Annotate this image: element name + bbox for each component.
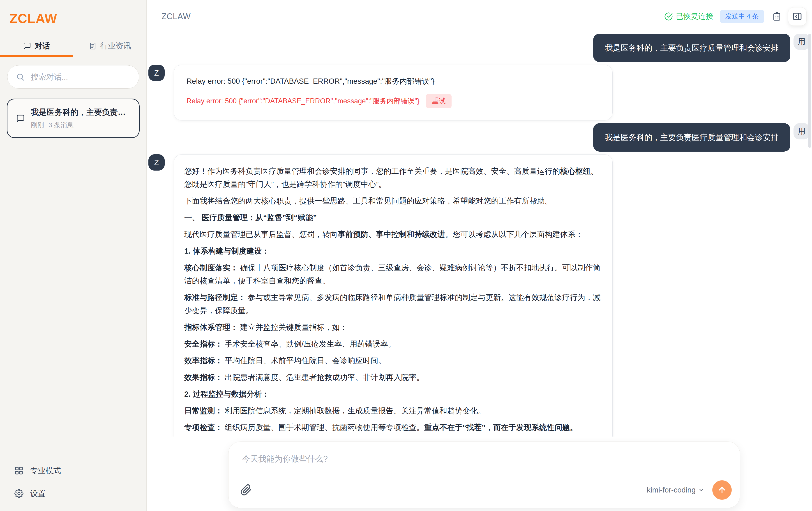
header-actions: 已恢复连接 发送中 4 条	[664, 7, 807, 26]
error-text: Relay error: 500 {"error":"DATABASE_ERRO…	[186, 76, 600, 86]
send-button[interactable]	[712, 480, 732, 500]
sidebar-item-pro-mode[interactable]: 专业模式	[0, 459, 146, 482]
conversation-meta: 刚刚 3 条消息	[31, 121, 130, 130]
composer-card: kimi-for-coding	[228, 442, 740, 508]
grid-icon	[14, 466, 24, 475]
check-circle-icon	[664, 12, 673, 21]
conversation-item[interactable]: 我是医务科的，主要负责医... 刚刚 3 条消息	[7, 98, 140, 138]
message-paragraph: 2. 过程监控与数据分析：	[184, 387, 602, 400]
conversation-time: 刚刚	[31, 121, 44, 130]
conversation-title: 我是医务科的，主要负责医...	[31, 107, 130, 117]
composer-area: kimi-for-coding	[147, 436, 812, 511]
sidebar-footer: 专业模式 设置	[0, 455, 146, 511]
assistant-avatar: Z	[148, 65, 165, 81]
search-area	[0, 57, 146, 91]
user-avatar: 用	[793, 34, 810, 50]
message-paragraph: 效率指标： 平均住院日、术前平均住院日、会诊响应时间。	[184, 354, 602, 367]
conversation-list: 我是医务科的，主要负责医... 刚刚 3 条消息	[0, 91, 146, 146]
composer-toolbar: kimi-for-coding	[229, 479, 740, 508]
search-icon	[16, 73, 25, 81]
logo-area: ZCLAW	[0, 0, 146, 35]
main-panel: ZCLAW 已恢复连接 发送中 4 条 我是医务科的，主要负责医疗质量管理和会诊…	[147, 0, 812, 511]
retry-button[interactable]: 重试	[426, 94, 452, 108]
page-title: ZCLAW	[162, 12, 191, 21]
message-paragraph: 下面我将结合您的两大核心职责，提供一些思路、工具和常见问题的应对策略，希望能对您…	[184, 194, 602, 207]
tab-label: 行业资讯	[100, 41, 131, 51]
paperclip-icon	[240, 484, 252, 496]
sidebar-tabs: 对话 行业资讯	[0, 35, 146, 57]
message-paragraph: 效果指标： 出院患者满意度、危重患者抢救成功率、非计划再入院率。	[184, 371, 602, 384]
model-selector[interactable]: kimi-for-coding	[647, 486, 704, 494]
connection-status: 已恢复连接	[664, 11, 713, 22]
assistant-message-row: Z 您好！作为医务科负责医疗质量管理和会诊安排的同事，您的工作至关重要，是医院高…	[147, 154, 812, 436]
scrollbar-thumb[interactable]	[808, 34, 811, 148]
conversation-count: 3 条消息	[49, 121, 74, 130]
message-paragraph: 安全指标： 手术安全核查率、跌倒/压疮发生率、用药错误率。	[184, 337, 602, 350]
message-paragraph: 您好！作为医务科负责医疗质量管理和会诊安排的同事，您的工作至关重要，是医院高效、…	[184, 165, 602, 191]
tab-industry-news[interactable]: 行业资讯	[73, 35, 147, 57]
error-message-card: Relay error: 500 {"error":"DATABASE_ERRO…	[174, 65, 613, 120]
main-header: ZCLAW 已恢复连接 发送中 4 条	[147, 0, 812, 33]
message-paragraph: 一、 医疗质量管理：从“监督”到“赋能”	[184, 211, 602, 224]
clipboard-icon[interactable]	[772, 12, 781, 21]
chat-bubble-icon	[16, 114, 25, 123]
message-paragraph: 专项检查： 组织病历质量、围手术期管理、抗菌药物使用等专项检查。重点不在于“找茬…	[184, 421, 602, 434]
model-label: kimi-for-coding	[647, 486, 696, 494]
chat-bubble-icon	[23, 42, 31, 50]
message-paragraph: 标准与路径制定： 参与或主导常见病、多发病的临床路径和单病种质量管理标准的制定与…	[184, 291, 602, 317]
tab-label: 对话	[35, 41, 50, 51]
search-input[interactable]	[7, 65, 139, 88]
error-detail-text: Relay error: 500 {"error":"DATABASE_ERRO…	[186, 96, 419, 106]
message-paragraph: 现代医疗质量管理已从事后监督、惩罚，转向事前预防、事中控制和持续改进。您可以考虑…	[184, 228, 602, 241]
chat-message-list: 我是医务科的，主要负责医疗质量管理和会诊安排 用 Z Relay error: …	[147, 33, 812, 436]
assistant-message-body: 您好！作为医务科负责医疗质量管理和会诊安排的同事，您的工作至关重要，是医院高效、…	[184, 165, 602, 436]
app-logo: ZCLAW	[9, 11, 137, 26]
message-paragraph: 1. 体系构建与制度建设：	[184, 244, 602, 257]
collapse-panel-button[interactable]	[788, 7, 807, 26]
pro-mode-label: 专业模式	[30, 465, 61, 476]
user-message-row: 我是医务科的，主要负责医疗质量管理和会诊安排 用	[147, 34, 812, 62]
assistant-message-card: 您好！作为医务科负责医疗质量管理和会诊安排的同事，您的工作至关重要，是医院高效、…	[174, 154, 613, 436]
sidebar: ZCLAW 对话 行业资讯 我是医务科的，主要负责医... 刚刚 3 条消息	[0, 0, 147, 511]
error-detail-row: Relay error: 500 {"error":"DATABASE_ERRO…	[186, 94, 600, 108]
message-input[interactable]	[229, 442, 740, 479]
message-paragraph: 核心制度落实： 确保十八项医疗核心制度（如首诊负责、三级查房、会诊、疑难病例讨论…	[184, 261, 602, 287]
attach-button[interactable]	[240, 484, 252, 496]
newspaper-icon	[89, 42, 97, 50]
assistant-message-row: Z Relay error: 500 {"error":"DATABASE_ER…	[147, 65, 812, 120]
message-paragraph: 指标体系管理： 建立并监控关键质量指标，如：	[184, 320, 602, 334]
gear-icon	[14, 489, 24, 498]
settings-label: 设置	[30, 488, 46, 499]
sidebar-item-settings[interactable]: 设置	[0, 482, 146, 505]
search-box	[7, 65, 139, 89]
tab-conversations[interactable]: 对话	[0, 35, 73, 57]
assistant-avatar: Z	[148, 154, 165, 171]
user-message-bubble: 我是医务科的，主要负责医疗质量管理和会诊安排	[593, 34, 790, 62]
conversation-text: 我是医务科的，主要负责医... 刚刚 3 条消息	[31, 107, 130, 130]
user-message-bubble: 我是医务科的，主要负责医疗质量管理和会诊安排	[593, 123, 790, 151]
user-message-row: 我是医务科的，主要负责医疗质量管理和会诊安排 用	[147, 123, 812, 151]
user-avatar: 用	[793, 123, 810, 139]
message-paragraph: 日常监测： 利用医院信息系统，定期抽取数据，生成质量报告。关注异常值和趋势变化。	[184, 404, 602, 417]
arrow-up-icon	[718, 485, 726, 494]
panel-collapse-icon	[792, 11, 802, 22]
sending-badge: 发送中 4 条	[720, 10, 764, 23]
chevron-down-icon	[698, 487, 704, 493]
composer-right: kimi-for-coding	[647, 480, 732, 500]
connection-status-text: 已恢复连接	[676, 11, 713, 22]
